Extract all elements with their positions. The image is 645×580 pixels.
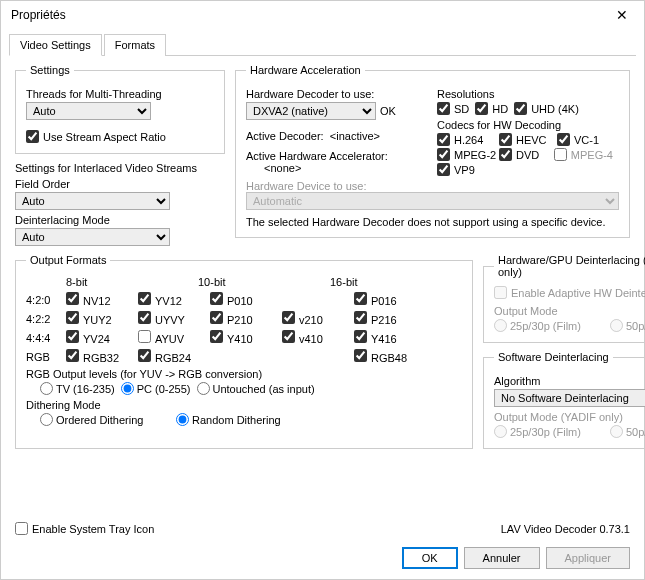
yadif-output-mode-label: Output Mode (YADIF only) <box>494 411 645 423</box>
active-decoder-value: <inactive> <box>330 130 380 142</box>
sw-deint-group: Software Deinterlacing Algorithm No Soft… <box>483 351 645 449</box>
rgb32-checkbox[interactable]: RGB32 <box>66 349 132 364</box>
cancel-button[interactable]: Annuler <box>464 547 540 569</box>
sw-25p-radio: 25p/30p (Film) <box>494 425 604 438</box>
algorithm-select[interactable]: No Software Deinterlacing <box>494 389 645 407</box>
tab-formats[interactable]: Formats <box>104 34 166 56</box>
settings-group: Settings Threads for Multi-Threading Aut… <box>15 64 225 154</box>
gpu-output-mode-label: Output Mode <box>494 305 645 317</box>
row-422-label: 4:2:2 <box>26 313 66 325</box>
titlebar: Propriétés ✕ <box>1 1 644 29</box>
footer: Enable System Tray Icon LAV Video Decode… <box>1 516 644 541</box>
field-order-label: Field Order <box>15 178 225 190</box>
hw-decoder-ok: OK <box>380 105 396 117</box>
adaptive-hw-checkbox: Enable Adaptive HW Deinterlacing <box>494 286 645 299</box>
yv24-checkbox[interactable]: YV24 <box>66 330 132 345</box>
interlaced-heading: Settings for Interlaced Video Streams <box>15 162 225 174</box>
algorithm-label: Algorithm <box>494 375 645 387</box>
rgb-untouched-radio[interactable]: Untouched (as input) <box>197 382 315 395</box>
tab-strip: Video Settings Formats <box>9 33 636 56</box>
dvd-checkbox[interactable]: DVD <box>499 148 548 161</box>
v210-checkbox[interactable]: v210 <box>282 311 348 326</box>
threads-select[interactable]: Auto <box>26 102 151 120</box>
rgb-levels-label: RGB Output levels (for YUV -> RGB conver… <box>26 368 462 380</box>
nv12-checkbox[interactable]: NV12 <box>66 292 132 307</box>
hw-decoder-select[interactable]: DXVA2 (native) <box>246 102 376 120</box>
output-formats-legend: Output Formats <box>26 254 110 266</box>
deint-mode-label: Deinterlacing Mode <box>15 214 225 226</box>
active-accel-value: <none> <box>264 162 427 174</box>
tray-icon-checkbox[interactable]: Enable System Tray Icon <box>15 522 154 535</box>
hw-device-select: Automatic <box>246 192 619 210</box>
hw-decoder-label: Hardware Decoder to use: <box>246 88 427 100</box>
yuy2-checkbox[interactable]: YUY2 <box>66 311 132 326</box>
rgb-tv-radio[interactable]: TV (16-235) <box>40 382 115 395</box>
active-decoder-label: Active Decoder: <box>246 130 324 142</box>
ok-button[interactable]: OK <box>402 547 458 569</box>
y410-checkbox[interactable]: Y410 <box>210 330 276 345</box>
bit-depth-headers: 8-bit10-bit16-bit <box>66 276 462 288</box>
resolutions-label: Resolutions <box>437 88 619 100</box>
settings-legend: Settings <box>26 64 74 76</box>
mpeg2-checkbox[interactable]: MPEG-2 <box>437 148 493 161</box>
window-title: Propriétés <box>11 8 66 22</box>
y416-checkbox[interactable]: Y416 <box>354 330 420 345</box>
mpeg4-checkbox[interactable]: MPEG-4 <box>554 148 613 161</box>
vp9-checkbox[interactable]: VP9 <box>437 163 475 176</box>
hw-accel-legend: Hardware Acceleration <box>246 64 365 76</box>
apply-button[interactable]: Appliquer <box>546 547 630 569</box>
sw-deint-legend: Software Deinterlacing <box>494 351 613 363</box>
properties-window: Propriétés ✕ Video Settings Formats Sett… <box>0 0 645 580</box>
threads-label: Threads for Multi-Threading <box>26 88 214 100</box>
hw-accel-group: Hardware Acceleration Hardware Decoder t… <box>235 64 630 238</box>
rgb48-checkbox[interactable]: RGB48 <box>354 349 420 364</box>
random-dithering-radio[interactable]: Random Dithering <box>176 413 281 426</box>
close-icon[interactable]: ✕ <box>610 7 634 23</box>
deint-mode-select[interactable]: Auto <box>15 228 170 246</box>
vc1-checkbox[interactable]: VC-1 <box>557 133 599 146</box>
hw-device-label: Hardware Device to use: <box>246 180 427 192</box>
p016-checkbox[interactable]: P016 <box>354 292 420 307</box>
rgb24-checkbox[interactable]: RGB24 <box>138 349 204 364</box>
hevc-checkbox[interactable]: HEVC <box>499 133 551 146</box>
tab-video-settings[interactable]: Video Settings <box>9 34 102 56</box>
dithering-label: Dithering Mode <box>26 399 462 411</box>
hw-device-note: The selected Hardware Decoder does not s… <box>246 216 619 228</box>
h264-checkbox[interactable]: H.264 <box>437 133 493 146</box>
codecs-label: Codecs for HW Decoding <box>437 119 619 131</box>
res-hd-checkbox[interactable]: HD <box>475 102 508 115</box>
use-stream-ar-checkbox[interactable]: Use Stream Aspect Ratio <box>26 130 166 143</box>
gpu-50p-radio: 50p/60p (Video) <box>610 319 645 332</box>
tab-content: Settings Threads for Multi-Threading Aut… <box>1 56 644 516</box>
field-order-select[interactable]: Auto <box>15 192 170 210</box>
p210-checkbox[interactable]: P210 <box>210 311 276 326</box>
row-420-label: 4:2:0 <box>26 294 66 306</box>
row-444-label: 4:4:4 <box>26 332 66 344</box>
gpu-deint-group: Hardware/GPU Deinterlacing (CUVID/QS onl… <box>483 254 645 343</box>
output-formats-group: Output Formats 8-bit10-bit16-bit 4:2:0 N… <box>15 254 473 449</box>
uyvy-checkbox[interactable]: UYVY <box>138 311 204 326</box>
row-rgb-label: RGB <box>26 351 66 363</box>
p216-checkbox[interactable]: P216 <box>354 311 420 326</box>
rgb-pc-radio[interactable]: PC (0-255) <box>121 382 191 395</box>
res-sd-checkbox[interactable]: SD <box>437 102 469 115</box>
res-uhd-checkbox[interactable]: UHD (4K) <box>514 102 579 115</box>
gpu-deint-legend: Hardware/GPU Deinterlacing (CUVID/QS onl… <box>494 254 645 278</box>
yv12-checkbox[interactable]: YV12 <box>138 292 204 307</box>
v410-checkbox[interactable]: v410 <box>282 330 348 345</box>
p010-checkbox[interactable]: P010 <box>210 292 276 307</box>
dialog-buttons: OK Annuler Appliquer <box>1 541 644 579</box>
gpu-25p-radio: 25p/30p (Film) <box>494 319 604 332</box>
version-label: LAV Video Decoder 0.73.1 <box>501 523 630 535</box>
ordered-dithering-radio[interactable]: Ordered Dithering <box>40 413 170 426</box>
sw-50p-radio: 50p/60p (Video) <box>610 425 645 438</box>
active-accel-label: Active Hardware Accelerator: <box>246 150 427 162</box>
ayuv-checkbox[interactable]: AYUV <box>138 330 204 345</box>
